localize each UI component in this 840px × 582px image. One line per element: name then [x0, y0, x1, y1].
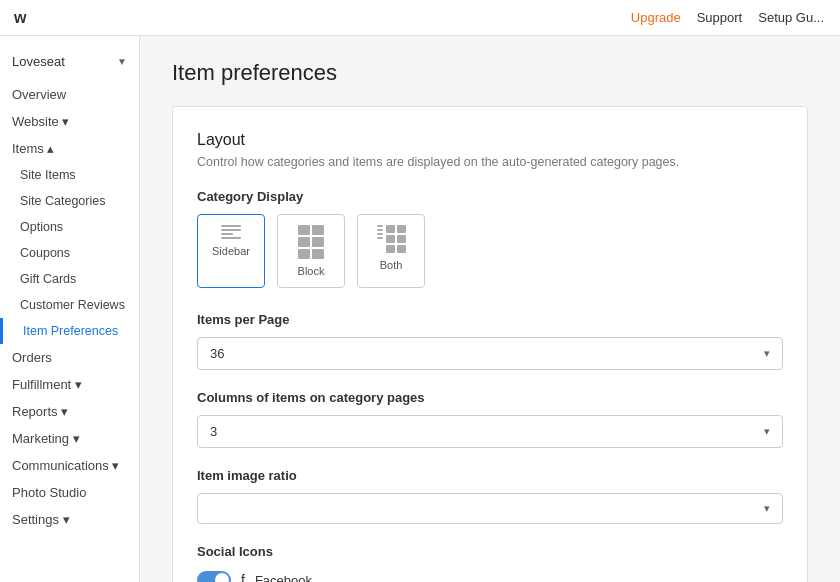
support-link[interactable]: Support: [697, 10, 743, 25]
store-selector[interactable]: Loveseat ▼: [0, 48, 139, 81]
sidebar-item-reports[interactable]: Reports ▾: [0, 398, 139, 425]
columns-label: Columns of items on category pages: [197, 390, 783, 405]
items-per-page-group: Items per Page 36 ▾: [197, 312, 783, 370]
setup-link[interactable]: Setup Gu...: [758, 10, 824, 25]
block-display-icon: [298, 225, 324, 259]
facebook-icon: f: [241, 572, 245, 582]
store-chevron: ▼: [117, 56, 127, 67]
items-per-page-dropdown[interactable]: 36 ▾: [197, 337, 783, 370]
sidebar-item-items[interactable]: Items ▴: [0, 135, 139, 162]
display-option-both[interactable]: Both: [357, 214, 425, 288]
items-per-page-value: 36: [210, 346, 224, 361]
items-per-page-arrow: ▾: [764, 347, 770, 360]
section-title: Layout: [197, 131, 783, 149]
top-nav-links: Upgrade Support Setup Gu...: [631, 10, 824, 25]
category-display-options: Sidebar Block: [197, 214, 783, 288]
display-option-block[interactable]: Block: [277, 214, 345, 288]
sidebar: Loveseat ▼ Overview Website ▾ Items ▴ Si…: [0, 36, 140, 582]
sidebar-item-marketing[interactable]: Marketing ▾: [0, 425, 139, 452]
section-desc: Control how categories and items are dis…: [197, 155, 783, 169]
image-ratio-dropdown[interactable]: ▾: [197, 493, 783, 524]
sidebar-display-icon: [221, 225, 241, 239]
both-display-icon: [377, 225, 406, 253]
main-content: Item preferences Layout Control how cate…: [140, 36, 840, 582]
social-item-facebook: f Facebook: [197, 571, 783, 582]
sidebar-item-options[interactable]: Options: [0, 214, 139, 240]
facebook-label: Facebook: [255, 573, 312, 583]
sidebar-item-settings[interactable]: Settings ▾: [0, 506, 139, 533]
columns-group: Columns of items on category pages 3 ▾: [197, 390, 783, 448]
logo: w: [14, 9, 26, 27]
sidebar-item-photo-studio[interactable]: Photo Studio: [0, 479, 139, 506]
sidebar-item-site-items[interactable]: Site Items: [0, 162, 139, 188]
columns-arrow: ▾: [764, 425, 770, 438]
image-ratio-label: Item image ratio: [197, 468, 783, 483]
both-option-label: Both: [380, 259, 403, 271]
sidebar-item-site-categories[interactable]: Site Categories: [0, 188, 139, 214]
items-per-page-label: Items per Page: [197, 312, 783, 327]
columns-value: 3: [210, 424, 217, 439]
category-display-group: Category Display Sidebar: [197, 189, 783, 288]
sidebar-item-coupons[interactable]: Coupons: [0, 240, 139, 266]
image-ratio-arrow: ▾: [764, 502, 770, 515]
sidebar-item-orders[interactable]: Orders: [0, 344, 139, 371]
sidebar-item-communications[interactable]: Communications ▾: [0, 452, 139, 479]
top-nav: w Upgrade Support Setup Gu...: [0, 0, 840, 36]
upgrade-link[interactable]: Upgrade: [631, 10, 681, 25]
sidebar-item-gift-cards[interactable]: Gift Cards: [0, 266, 139, 292]
sidebar-item-website[interactable]: Website ▾: [0, 108, 139, 135]
sidebar-item-fulfillment[interactable]: Fulfillment ▾: [0, 371, 139, 398]
block-option-label: Block: [298, 265, 325, 277]
sidebar-item-item-preferences[interactable]: Item Preferences: [0, 318, 139, 344]
category-display-label: Category Display: [197, 189, 783, 204]
social-icons-label: Social Icons: [197, 544, 783, 559]
image-ratio-group: Item image ratio ▾: [197, 468, 783, 524]
sidebar-option-label: Sidebar: [212, 245, 250, 257]
social-icons-section: Social Icons f Facebook 𝕏 Twitter 𝗽 Pint…: [197, 544, 783, 582]
columns-dropdown[interactable]: 3 ▾: [197, 415, 783, 448]
sidebar-item-overview[interactable]: Overview: [0, 81, 139, 108]
display-option-sidebar[interactable]: Sidebar: [197, 214, 265, 288]
sidebar-item-customer-reviews[interactable]: Customer Reviews: [0, 292, 139, 318]
preferences-card: Layout Control how categories and items …: [172, 106, 808, 582]
store-name: Loveseat: [12, 54, 65, 69]
page-title: Item preferences: [172, 60, 808, 86]
facebook-toggle[interactable]: [197, 571, 231, 582]
